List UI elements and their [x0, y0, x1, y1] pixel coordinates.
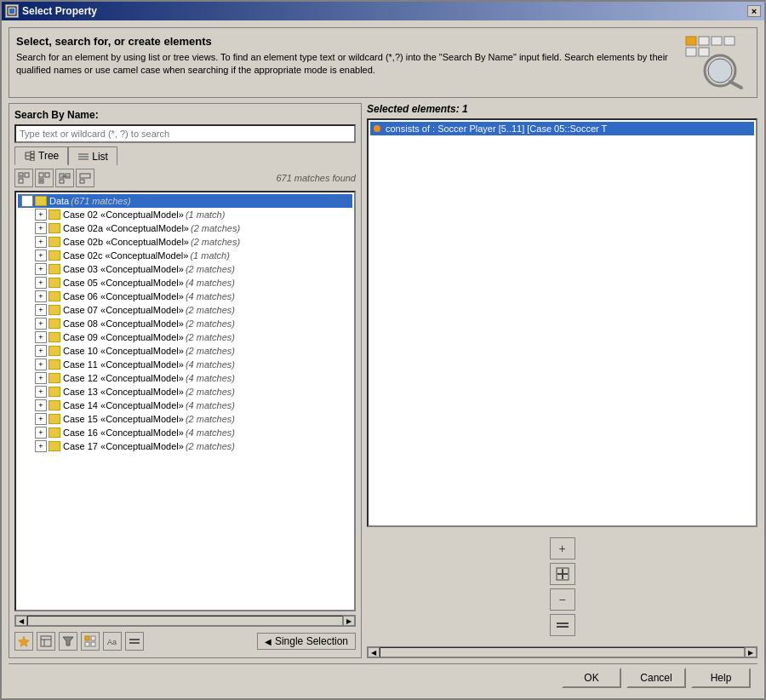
hscroll-track[interactable]	[27, 616, 343, 626]
options-btn[interactable]	[125, 632, 144, 651]
tree-expander[interactable]: +	[35, 318, 47, 330]
svg-rect-35	[80, 180, 84, 183]
tree-item[interactable]: + Case 10 «ConceptualModel» (2 matches)	[18, 344, 352, 358]
selected-item[interactable]: consists of : Soccer Player [5..11] [Cas…	[370, 122, 754, 135]
tree-expander[interactable]: +	[35, 222, 47, 234]
expand-selected-button[interactable]	[55, 169, 74, 187]
expand-all-button[interactable]	[14, 169, 33, 187]
tree-hscroll[interactable]: ◀ ▶	[14, 615, 356, 627]
window-title: Select Property	[22, 5, 747, 17]
remove-all-button[interactable]	[550, 614, 575, 636]
tree-item-matches: (2 matches)	[186, 387, 235, 397]
tree-item[interactable]: + Case 11 «ConceptualModel» (4 matches)	[18, 358, 352, 371]
tree-item[interactable]: + Case 08 «ConceptualModel» (2 matches)	[18, 317, 352, 330]
tree-expander[interactable]: +	[35, 277, 47, 289]
tree-item-label: Case 09 «ConceptualModel»	[63, 332, 184, 342]
tree-toolbar: 671 matches found	[14, 169, 356, 187]
tree-item[interactable]: + Case 17 «ConceptualModel» (2 matches)	[18, 439, 352, 453]
remove-button[interactable]: −	[550, 588, 575, 611]
help-button[interactable]: Help	[691, 668, 751, 688]
tree-expander[interactable]: +	[35, 304, 47, 316]
single-selection-button[interactable]: ◀ Single Selection	[257, 633, 356, 650]
svg-rect-34	[80, 174, 90, 178]
selected-elements-list[interactable]: consists of : Soccer Player [5..11] [Cas…	[367, 118, 757, 527]
tree-item-label: Case 17 «ConceptualModel»	[63, 441, 184, 451]
tree-item[interactable]: + Case 16 «ConceptualModel» (4 matches)	[18, 426, 352, 439]
right-hscroll-track[interactable]	[380, 647, 745, 657]
left-panel: Search By Name: Tr	[9, 103, 362, 658]
folder-icon	[49, 237, 60, 247]
selection-arrow-icon: ◀	[265, 637, 272, 646]
folder-icon	[49, 414, 60, 424]
tree-item[interactable]: + Case 14 «ConceptualModel» (4 matches)	[18, 399, 352, 412]
tree-item-root[interactable]: − Data (671 matches)	[18, 194, 352, 208]
camel-case-btn[interactable]: Aa	[103, 632, 122, 651]
tree-item[interactable]: + Case 02b «ConceptualModel» (2 matches)	[18, 235, 352, 249]
remove-icon: −	[558, 593, 565, 606]
tree-item-label: Case 05 «ConceptualModel»	[63, 278, 184, 288]
ok-button[interactable]: OK	[562, 668, 621, 688]
tree-item-matches: (2 matches)	[186, 346, 235, 356]
remove-all-icon	[556, 619, 569, 631]
tree-expander[interactable]: +	[35, 386, 47, 398]
tree-expander[interactable]: +	[35, 331, 47, 343]
tree-expander[interactable]: +	[35, 440, 47, 452]
filter-btn[interactable]	[59, 632, 77, 651]
add-button[interactable]: +	[550, 537, 575, 559]
tree-expander[interactable]: +	[35, 372, 47, 384]
tree-panel[interactable]: − Data (671 matches) + Case 02 «Conceptu…	[14, 191, 356, 611]
tree-expander-root[interactable]: −	[21, 195, 33, 207]
tree-item-matches: (4 matches)	[186, 359, 235, 370]
tree-item[interactable]: + Case 02 «ConceptualModel» (1 match)	[18, 208, 352, 221]
tree-item[interactable]: + Case 03 «ConceptualModel» (2 matches)	[18, 262, 352, 276]
tree-expander[interactable]: +	[35, 209, 47, 221]
cancel-button[interactable]: Cancel	[626, 668, 686, 688]
collapse-all-button[interactable]	[35, 169, 54, 187]
right-hscroll-left[interactable]: ◀	[368, 647, 380, 657]
header-icon	[682, 35, 750, 90]
search-input[interactable]	[14, 124, 356, 143]
right-hscroll[interactable]: ◀ ▶	[367, 646, 757, 658]
list-icon	[77, 152, 89, 162]
folder-icon	[49, 346, 60, 356]
collapse-selected-button[interactable]	[76, 169, 94, 187]
tree-expander[interactable]: +	[35, 345, 47, 357]
tab-list[interactable]: List	[68, 146, 117, 165]
hscroll-right[interactable]: ▶	[343, 616, 355, 626]
tree-item[interactable]: + Case 06 «ConceptualModel» (4 matches)	[18, 290, 352, 303]
tree-expander[interactable]: +	[35, 427, 47, 439]
tree-item[interactable]: + Case 07 «ConceptualModel» (2 matches)	[18, 303, 352, 317]
favorites-btn[interactable]	[14, 632, 33, 651]
svg-marker-40	[63, 637, 73, 645]
close-button[interactable]: ×	[747, 5, 761, 17]
hscroll-left[interactable]: ◀	[15, 616, 27, 626]
svg-rect-4	[712, 37, 722, 45]
element-view-btn[interactable]	[37, 632, 55, 651]
folder-icon	[49, 359, 60, 370]
tree-item[interactable]: + Case 13 «ConceptualModel» (2 matches)	[18, 385, 352, 399]
folder-icon	[49, 373, 60, 383]
tree-expander[interactable]: +	[35, 263, 47, 275]
tab-tree[interactable]: Tree	[14, 146, 68, 165]
diagram-view-btn[interactable]	[81, 632, 100, 651]
tree-expander[interactable]: +	[35, 399, 47, 411]
tree-item[interactable]: + Case 05 «ConceptualModel» (4 matches)	[18, 276, 352, 290]
svg-rect-1	[9, 9, 14, 14]
add-nested-button[interactable]	[550, 563, 575, 585]
header-text: Select, search for, or create elements S…	[16, 35, 675, 77]
tree-item[interactable]: + Case 02a «ConceptualModel» (2 matches)	[18, 221, 352, 235]
tree-item[interactable]: + Case 12 «ConceptualModel» (4 matches)	[18, 371, 352, 385]
tree-item-label: Case 02a «ConceptualModel»	[63, 223, 189, 233]
right-hscroll-right[interactable]: ▶	[745, 647, 757, 657]
tree-item[interactable]: + Case 15 «ConceptualModel» (2 matches)	[18, 412, 352, 426]
tree-expander[interactable]: +	[35, 290, 47, 302]
footer-bar: OK Cancel Help	[9, 663, 757, 691]
tree-expander[interactable]: +	[35, 236, 47, 248]
folder-icon	[49, 223, 60, 233]
tree-item-label: Case 06 «ConceptualModel»	[63, 291, 184, 301]
tree-expander[interactable]: +	[35, 359, 47, 370]
tree-item[interactable]: + Case 09 «ConceptualModel» (2 matches)	[18, 330, 352, 344]
tree-expander[interactable]: +	[35, 413, 47, 425]
tree-expander[interactable]: +	[35, 250, 47, 261]
tree-item[interactable]: + Case 02c «ConceptualModel» (1 match)	[18, 249, 352, 262]
